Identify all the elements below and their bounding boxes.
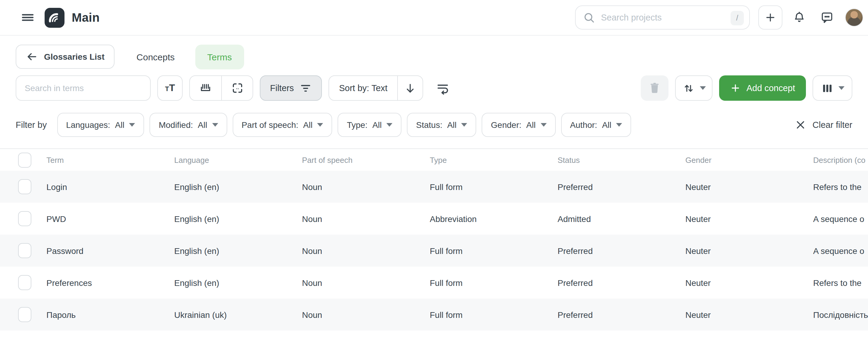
notifications-button[interactable] — [788, 7, 810, 28]
sort-by-label: Sort by: Text — [339, 83, 388, 93]
wrap-lines-button[interactable] — [432, 77, 454, 99]
chevron-down-icon — [616, 123, 622, 127]
sort-direction-button[interactable] — [397, 76, 423, 100]
filter-status[interactable]: Status: All — [407, 113, 476, 137]
tab-terms[interactable]: Terms — [195, 44, 244, 69]
row-checkbox[interactable] — [18, 307, 31, 322]
tab-concepts[interactable]: Concepts — [136, 52, 175, 62]
filter-part-of-speech[interactable]: Part of speech: All — [232, 113, 332, 137]
table-row[interactable]: Password English (en) Noun Full form Pre… — [0, 235, 868, 266]
plus-icon — [730, 83, 741, 93]
column-header-part-of-speech: Part of speech — [289, 155, 417, 164]
filter-name: Modified: — [159, 120, 193, 130]
add-concept-button[interactable]: Add concept — [719, 76, 806, 101]
clear-filter-button[interactable]: Clear filter — [795, 119, 852, 130]
row-checkbox[interactable] — [18, 275, 31, 290]
chevron-down-icon — [540, 123, 547, 127]
wrap-text-icon — [436, 81, 450, 95]
import-export-button[interactable] — [675, 76, 713, 101]
top-bar: Main / — [0, 0, 868, 36]
whole-phrase-button[interactable] — [190, 76, 221, 100]
column-header-description: Description (co — [801, 155, 868, 164]
table-row[interactable]: Preferences English (en) Noun Full form … — [0, 266, 868, 298]
cell-gender: Neuter — [673, 278, 801, 287]
match-case-button[interactable]: TT — [157, 76, 183, 101]
filter-name: Status: — [416, 120, 442, 130]
cell-part-of-speech: Noun — [289, 278, 417, 287]
filter-modified[interactable]: Modified: All — [150, 113, 227, 137]
filter-languages[interactable]: Languages: All — [57, 113, 144, 137]
search-in-terms-input[interactable] — [16, 76, 150, 100]
cell-term: Preferences — [34, 278, 161, 287]
cell-part-of-speech: Noun — [289, 182, 417, 192]
glossaries-list-back-button[interactable]: Glossaries List — [16, 45, 115, 69]
filter-lines-icon — [300, 82, 312, 94]
cell-term: Password — [34, 246, 161, 255]
cell-gender: Neuter — [673, 214, 801, 224]
column-header-term: Term — [34, 155, 161, 164]
filter-bar: Filter by Languages: All Modified: All P… — [0, 113, 868, 137]
hamburger-menu-icon[interactable] — [17, 7, 38, 28]
table-row[interactable]: Пароль Ukrainian (uk) Noun Full form Pre… — [0, 298, 868, 331]
search-projects-input[interactable] — [576, 6, 749, 29]
table-row[interactable]: Login English (en) Noun Full form Prefer… — [0, 171, 868, 203]
match-case-icon: TT — [165, 83, 175, 93]
close-icon — [795, 119, 806, 130]
back-arrow-icon — [26, 51, 38, 63]
chevron-down-icon — [317, 123, 323, 127]
filter-name: Part of speech: — [241, 120, 298, 130]
filter-value: All — [115, 120, 124, 130]
cell-language: English (en) — [161, 246, 289, 255]
cell-gender: Neuter — [673, 310, 801, 319]
up-down-arrows-icon — [682, 82, 695, 94]
create-new-button[interactable] — [758, 5, 782, 30]
cell-language: English (en) — [161, 214, 289, 224]
app-logo[interactable] — [44, 7, 64, 27]
chevron-down-icon — [387, 123, 393, 127]
cell-status: Preferred — [545, 278, 673, 287]
cell-gender: Neuter — [673, 246, 801, 255]
filter-gender[interactable]: Gender: All — [482, 113, 555, 137]
filter-value: All — [602, 120, 611, 130]
row-checkbox[interactable] — [18, 211, 31, 226]
columns-settings-button[interactable] — [812, 76, 852, 101]
cell-language: Ukrainian (uk) — [161, 310, 289, 319]
trash-icon — [649, 82, 661, 94]
selection-frame-icon — [230, 81, 244, 95]
select-all-checkbox[interactable] — [18, 152, 31, 167]
filter-type[interactable]: Type: All — [338, 113, 402, 137]
table-row[interactable]: PWD English (en) Noun Abbreviation Admit… — [0, 203, 868, 235]
page-title: Main — [72, 10, 100, 24]
filter-value: All — [526, 120, 535, 130]
filter-author[interactable]: Author: All — [561, 113, 631, 137]
cell-description: A sequence o — [801, 246, 868, 255]
cell-status: Preferred — [545, 182, 673, 192]
search-options-group — [189, 76, 253, 101]
cell-type: Full form — [417, 246, 545, 255]
table-header-row: Term Language Part of speech Type Status… — [0, 149, 868, 171]
sort-group: Sort by: Text — [329, 76, 423, 101]
messages-button[interactable] — [816, 7, 838, 28]
cell-term: Login — [34, 182, 161, 192]
delete-button[interactable] — [641, 76, 669, 101]
row-checkbox[interactable] — [18, 179, 31, 194]
search-icon — [583, 11, 595, 24]
chevron-down-icon — [700, 86, 706, 90]
chat-icon — [820, 11, 834, 24]
cell-term: Пароль — [34, 310, 161, 319]
cell-type: Full form — [417, 182, 545, 192]
row-checkbox[interactable] — [18, 243, 31, 258]
cell-language: English (en) — [161, 278, 289, 287]
terms-toolbar: TT Filters Sort by: Text — [0, 76, 868, 101]
user-avatar[interactable] — [845, 8, 863, 27]
exact-match-button[interactable] — [221, 76, 253, 100]
cell-part-of-speech: Noun — [289, 310, 417, 319]
cell-description: A sequence o — [801, 214, 868, 224]
chevron-down-icon — [461, 123, 467, 127]
filters-button[interactable]: Filters — [260, 76, 322, 101]
sort-by-button[interactable]: Sort by: Text — [330, 76, 397, 100]
terms-table: Term Language Part of speech Type Status… — [0, 148, 868, 331]
cell-description: Refers to the — [801, 182, 868, 192]
filters-button-label: Filters — [270, 83, 294, 93]
columns-icon — [821, 82, 833, 94]
